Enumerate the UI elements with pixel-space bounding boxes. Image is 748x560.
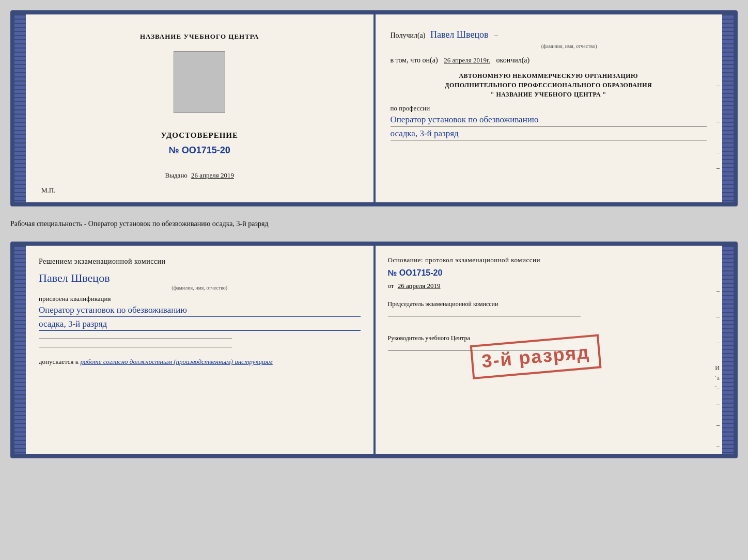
fio-label-1: (фамилия, имя, отчество) (432, 42, 707, 51)
mp-label: М.П. (41, 186, 55, 195)
org-line2: ДОПОЛНИТЕЛЬНОГО ПРОФЕССИОНАЛЬНОГО ОБРАЗО… (391, 81, 707, 90)
dash-2: – (716, 118, 720, 125)
person-name: Павел Швецов (39, 271, 110, 284)
recipient-name: Павел Швецов (430, 29, 489, 40)
photo-placeholder (174, 51, 225, 113)
sig-line-1 (39, 339, 232, 339)
dash-5: – (716, 287, 720, 295)
org-line1: АВТОНОМНУЮ НЕКОММЕРЧЕСКУЮ ОРГАНИЗАЦИЮ (391, 71, 707, 81)
doc1-right-panel: Получил(а) Павел Швецов – (фамилия, имя,… (373, 14, 723, 202)
completed-label: окончил(а) (496, 56, 530, 64)
dash-3: – (716, 149, 720, 156)
spine-right-1 (722, 14, 734, 202)
dash-4: – (716, 164, 720, 172)
person-name-block: Павел Швецов (фамилия, имя, отчество) (39, 271, 361, 291)
protocol-number: № OO1715-20 (388, 268, 710, 278)
sig-line-chairman (388, 316, 581, 316)
dash-10: – (716, 442, 720, 450)
protocol-date: от 26 апреля 2019 (388, 282, 710, 290)
decision-text: Решением экзаменационной комиссии (39, 256, 361, 267)
chairman-label: Председатель экзаменационной комиссии (388, 300, 710, 308)
basis-text: Основание: протокол экзаменационной коми… (388, 256, 710, 264)
between-label: Рабочая специальность - Оператор установ… (10, 216, 738, 232)
page-wrapper: НАЗВАНИЕ УЧЕБНОГО ЦЕНТРА УДОСТОВЕРЕНИЕ №… (10, 10, 738, 458)
profession-prefix: по профессии (391, 104, 707, 113)
issued-date: 26 апреля 2019 (191, 171, 234, 179)
qual-value2: осадка, 3-й разряд (39, 319, 361, 331)
in-that-date: 26 апреля 2019г. (444, 56, 490, 64)
spine-right-2 (722, 246, 734, 454)
mark-c: ʼ– (715, 385, 720, 392)
issued-line: Выдано 26 апреля 2019 (165, 171, 234, 180)
date-prefix: от (388, 282, 394, 290)
received-prefix: Получил(а) (391, 31, 426, 39)
spine-left-1 (14, 14, 26, 202)
dash-6: – (716, 313, 720, 321)
dash-9: – (716, 421, 720, 429)
stamp-text: 3-й разряд (480, 341, 590, 372)
dash-1: – (716, 82, 720, 89)
dash-7: – (716, 339, 720, 346)
doc2-right-panel: Основание: протокол экзаменационной коми… (373, 246, 723, 454)
document-card-1: НАЗВАНИЕ УЧЕБНОГО ЦЕНТРА УДОСТОВЕРЕНИЕ №… (10, 10, 738, 206)
cert-number: № OO1715-20 (169, 145, 230, 156)
mark-i: И (715, 364, 720, 372)
doc1-left-panel: НАЗВАНИЕ УЧЕБНОГО ЦЕНТРА УДОСТОВЕРЕНИЕ №… (26, 14, 373, 202)
profession-value2: осадка, 3-й разряд (391, 129, 707, 140)
org-block: АВТОНОМНУЮ НЕКОММЕРЧЕСКУЮ ОРГАНИЗАЦИЮ ДО… (391, 71, 707, 99)
profession-value1: Оператор установок по обезвоживанию (391, 115, 707, 126)
document-card-2: Решением экзаменационной комиссии Павел … (10, 242, 738, 458)
in-that-prefix: в том, что он(а) (391, 56, 438, 64)
spine-left-2 (14, 246, 26, 454)
date-value: 26 апреля 2019 (398, 282, 441, 290)
center-title-1: НАЗВАНИЕ УЧЕБНОГО ЦЕНТРА (140, 33, 259, 41)
fio-label-2: (фамилия, имя, отчество) (39, 285, 361, 291)
sig-line-2 (39, 347, 232, 347)
doc2-left-panel: Решением экзаменационной комиссии Павел … (26, 246, 373, 454)
bottom-value: работе согласно должностным (производств… (80, 358, 272, 365)
cert-label: УДОСТОВЕРЕНИЕ (161, 131, 239, 140)
qual-value1: Оператор установок по обезвоживанию (39, 305, 361, 317)
bottom-note: допускается к работе согласно должностны… (39, 358, 361, 366)
in-that-line: в том, что он(а) 26 апреля 2019г. окончи… (391, 55, 707, 66)
org-line3: " НАЗВАНИЕ УЧЕБНОГО ЦЕНТРА " (391, 90, 707, 99)
issued-prefix: Выдано (165, 171, 188, 179)
dash-8: – (716, 401, 720, 408)
bottom-prefix: допускается к (39, 358, 79, 365)
qualification-prefix: присвоена квалификация (39, 295, 361, 303)
mark-a: ʼа (715, 375, 720, 381)
received-line: Получил(а) Павел Швецов – (фамилия, имя,… (391, 27, 707, 51)
